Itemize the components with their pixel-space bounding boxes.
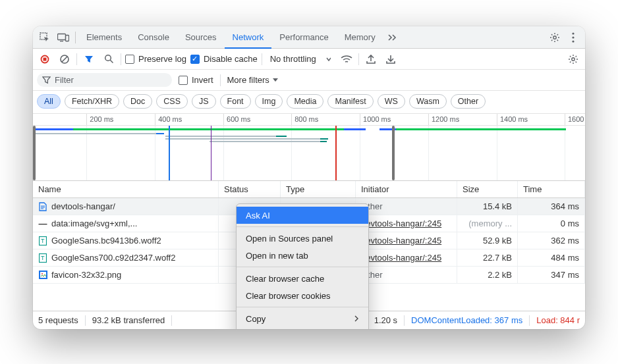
- ctx-open-tab[interactable]: Open in new tab: [237, 247, 368, 264]
- filter-bar: Filter Invert More filters: [33, 70, 585, 91]
- row-initiator[interactable]: devtools-hangar/:245: [356, 249, 457, 266]
- ctx-open-sources[interactable]: Open in Sources panel: [237, 230, 368, 247]
- more-filters-button[interactable]: More filters: [227, 75, 279, 85]
- tab-memory[interactable]: Memory: [337, 26, 383, 49]
- table-header: Name Status Type Initiator Size Time: [33, 181, 585, 198]
- ruler-tick: 1600: [565, 114, 584, 125]
- chip-font[interactable]: Font: [220, 94, 251, 109]
- image-icon: [38, 271, 47, 280]
- device-toggle-icon[interactable]: [55, 29, 72, 46]
- ruler-tick: 800 ms: [291, 114, 318, 125]
- status-requests: 5 requests: [38, 315, 78, 325]
- row-size: 52.9 kB: [457, 232, 518, 249]
- status-load: Load: 844 r: [536, 315, 580, 325]
- invert-label: Invert: [192, 75, 213, 85]
- devtools-window: Elements Console Sources Network Perform…: [33, 26, 585, 329]
- invert-checkbox[interactable]: Invert: [179, 75, 213, 85]
- more-filters-label: More filters: [227, 75, 269, 85]
- col-name[interactable]: Name: [33, 181, 219, 197]
- inspect-icon[interactable]: [36, 29, 53, 46]
- ruler-tick: 400 ms: [155, 114, 182, 125]
- svg-rect-1: [58, 34, 66, 39]
- panel-settings-icon[interactable]: [565, 51, 581, 67]
- ctx-clear-cache[interactable]: Clear browser cache: [237, 270, 368, 287]
- status-transferred: 93.2 kB transferred: [92, 315, 165, 325]
- filter-input[interactable]: Filter: [37, 73, 172, 87]
- svg-line-11: [62, 57, 67, 62]
- chip-other[interactable]: Other: [451, 94, 486, 109]
- disable-cache-checkbox[interactable]: ✓ Disable cache: [190, 54, 258, 64]
- filter-toggle-icon[interactable]: [81, 51, 97, 67]
- more-tabs-icon[interactable]: [384, 29, 401, 46]
- network-toolbar: Preserve log ✓ Disable cache No throttli…: [33, 49, 585, 70]
- row-size: 2.2 kB: [457, 267, 518, 283]
- ctx-copy[interactable]: Copy: [237, 310, 368, 327]
- row-name: favicon-32x32.png: [51, 270, 121, 280]
- disable-cache-label: Disable cache: [204, 54, 258, 64]
- svg-point-7: [572, 40, 574, 42]
- row-name: GoogleSans.bc9413b6.woff2: [51, 236, 161, 246]
- col-size[interactable]: Size: [457, 181, 518, 197]
- svg-point-14: [572, 57, 575, 60]
- kebab-menu-icon[interactable]: [565, 29, 582, 46]
- svg-text:T: T: [41, 255, 45, 261]
- tab-elements[interactable]: Elements: [78, 26, 130, 49]
- devtools-tabbar: Elements Console Sources Network Perform…: [33, 26, 585, 49]
- ruler-tick: 1400 ms: [497, 114, 528, 125]
- chip-ws[interactable]: WS: [378, 94, 405, 109]
- ctx-ask-ai[interactable]: Ask AI: [237, 207, 368, 224]
- svg-rect-3: [66, 35, 69, 41]
- throttling-label: No throttling: [270, 54, 316, 64]
- preserve-log-label: Preserve log: [138, 54, 186, 64]
- export-har-icon[interactable]: [363, 51, 379, 67]
- svg-point-4: [553, 36, 556, 38]
- row-time: 364 ms: [518, 198, 585, 215]
- document-icon: [38, 202, 47, 211]
- col-time[interactable]: Time: [518, 181, 585, 197]
- chip-img[interactable]: Img: [255, 94, 283, 109]
- row-initiator[interactable]: devtools-hangar/:245: [356, 215, 457, 232]
- chip-wasm[interactable]: Wasm: [409, 94, 447, 109]
- chip-css[interactable]: CSS: [156, 94, 188, 109]
- record-button[interactable]: [37, 51, 53, 67]
- col-status[interactable]: Status: [219, 181, 281, 197]
- clear-button[interactable]: [57, 51, 72, 67]
- svg-point-6: [572, 36, 574, 38]
- funnel-icon: [42, 76, 51, 84]
- svg-point-12: [105, 55, 111, 61]
- svg-point-21: [42, 273, 43, 274]
- network-conditions-icon[interactable]: [339, 51, 354, 67]
- import-har-icon[interactable]: [383, 51, 399, 67]
- chip-manifest[interactable]: Manifest: [327, 94, 373, 109]
- row-initiator[interactable]: devtools-hangar/:245: [356, 232, 457, 249]
- chip-fetchxhr[interactable]: Fetch/XHR: [65, 94, 119, 109]
- ctx-clear-cookies[interactable]: Clear browser cookies: [237, 287, 368, 304]
- row-size: (memory ...: [457, 215, 518, 232]
- settings-icon[interactable]: [546, 29, 563, 46]
- col-initiator[interactable]: Initiator: [356, 181, 457, 197]
- preserve-log-checkbox[interactable]: Preserve log: [125, 54, 186, 64]
- ruler-tick: 1000 ms: [360, 114, 391, 125]
- timeline-overview[interactable]: [33, 126, 585, 181]
- chip-doc[interactable]: Doc: [123, 94, 152, 109]
- throttling-selector[interactable]: No throttling: [266, 53, 335, 65]
- row-time: 362 ms: [518, 232, 585, 249]
- row-size: 15.4 kB: [457, 198, 518, 215]
- tab-network[interactable]: Network: [225, 26, 272, 49]
- ctx-copy-label: Copy: [246, 314, 266, 324]
- chip-js[interactable]: JS: [192, 94, 216, 109]
- dash-icon: —: [38, 219, 47, 228]
- row-time: 484 ms: [518, 249, 585, 266]
- chevron-right-icon: [354, 315, 359, 322]
- row-size: 22.7 kB: [457, 249, 518, 266]
- chip-media[interactable]: Media: [287, 94, 323, 109]
- search-icon[interactable]: [101, 51, 117, 67]
- svg-line-13: [110, 60, 113, 63]
- tab-console[interactable]: Console: [130, 26, 177, 49]
- font-icon: T: [38, 236, 47, 246]
- font-icon: T: [38, 253, 47, 263]
- col-type[interactable]: Type: [281, 181, 356, 197]
- chip-all[interactable]: All: [37, 94, 61, 109]
- tab-sources[interactable]: Sources: [177, 26, 225, 49]
- tab-performance[interactable]: Performance: [271, 26, 336, 49]
